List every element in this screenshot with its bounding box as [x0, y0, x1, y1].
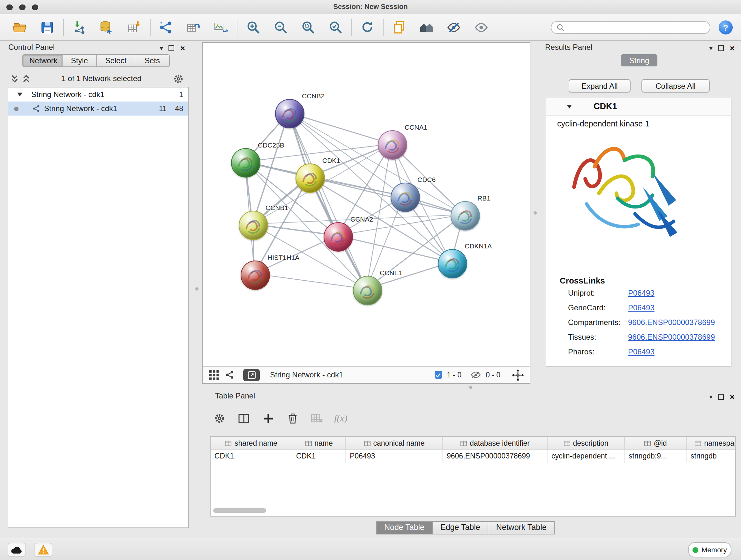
import-network-file-button[interactable]	[70, 17, 89, 37]
graph-node-RB1[interactable]	[451, 201, 480, 231]
panel-maximize-icon[interactable]	[718, 394, 724, 400]
edge-CCNB2-RB1[interactable]	[289, 113, 464, 214]
clear-table-button[interactable]	[308, 411, 326, 426]
graph-node-CCNA2[interactable]	[324, 222, 353, 252]
tab-node-table[interactable]: Node Table	[376, 521, 433, 535]
table-cell[interactable]: cyclin-dependent ...	[548, 450, 625, 463]
panel-float-icon[interactable]: ▾	[160, 45, 163, 52]
collapse-arrow-icon[interactable]	[17, 92, 22, 97]
collapse-arrow-icon[interactable]	[567, 105, 572, 109]
hide-selected-button[interactable]	[444, 17, 463, 37]
column-header-description[interactable]: description	[548, 437, 625, 449]
edge-CCNB2-CCNE1[interactable]	[289, 113, 366, 289]
tab-string[interactable]: String	[621, 54, 657, 66]
column-header-namespace[interactable]: namespace	[687, 437, 736, 449]
splitter-handle[interactable]	[195, 287, 199, 291]
network-from-table-button[interactable]	[184, 17, 203, 37]
column-header-canonical-name[interactable]: canonical name	[346, 437, 443, 449]
warnings-button[interactable]	[35, 543, 52, 557]
new-network-button[interactable]	[156, 17, 176, 37]
edge-CCNE1-HIST1H1A[interactable]	[254, 273, 366, 289]
edge-CDK1-RB1[interactable]	[309, 177, 464, 214]
search-field[interactable]	[551, 21, 711, 34]
panel-float-icon[interactable]: ▾	[710, 45, 713, 52]
delete-column-button[interactable]	[283, 411, 301, 426]
import-network-database-button[interactable]	[97, 17, 116, 37]
network-row-selected[interactable]: String Network - cdk1 11 48	[8, 102, 188, 116]
import-table-file-button[interactable]	[125, 17, 144, 37]
tab-network-table[interactable]: Network Table	[488, 521, 555, 535]
table-row[interactable]: CDK1CDK1P064939606.ENSP00000378699cyclin…	[211, 450, 735, 463]
gear-icon[interactable]	[173, 73, 184, 84]
collapse-all-button[interactable]: Collapse All	[642, 79, 710, 92]
search-input[interactable]	[567, 23, 704, 32]
panel-maximize-icon[interactable]	[169, 45, 175, 51]
protein-header-row[interactable]: CDK1	[546, 98, 731, 116]
share-view-button[interactable]	[225, 370, 234, 379]
export-image-button[interactable]	[211, 17, 230, 37]
tab-edge-table[interactable]: Edge Table	[433, 521, 488, 535]
crosslink-pharos-link[interactable]: P06493	[628, 348, 655, 356]
column-header--id[interactable]: @id	[625, 437, 687, 449]
tab-network[interactable]: Network	[22, 54, 63, 67]
show-columns-button[interactable]	[235, 411, 253, 426]
cloud-status-button[interactable]	[8, 543, 25, 557]
open-session-button[interactable]	[10, 17, 29, 37]
table-cell[interactable]: CDK1	[211, 450, 292, 463]
collapse-all-icon[interactable]	[22, 74, 30, 83]
splitter-handle[interactable]	[469, 386, 472, 389]
save-session-button[interactable]	[38, 17, 57, 37]
table-settings-button[interactable]	[211, 411, 228, 426]
crosslink-uniprot-link[interactable]: P06493	[628, 289, 655, 298]
graph-node-CCNB2[interactable]	[275, 99, 305, 128]
column-header-name[interactable]: name	[292, 437, 346, 449]
show-all-button[interactable]	[472, 17, 491, 37]
graph-node-CDC25B[interactable]	[231, 148, 260, 178]
table-cell[interactable]: stringdb:9...	[625, 450, 687, 463]
graph-node-HIST1H1A[interactable]	[241, 260, 270, 290]
horizontal-scrollbar[interactable]	[213, 508, 266, 513]
tab-style[interactable]: Style	[63, 54, 97, 67]
graph-node-CDKN1A[interactable]	[438, 249, 467, 278]
zoom-selected-button[interactable]	[326, 17, 345, 37]
help-button[interactable]: ?	[719, 20, 733, 35]
expand-all-button[interactable]: Expand All	[569, 79, 630, 92]
tab-select[interactable]: Select	[97, 54, 135, 67]
panel-close-icon[interactable]: ×	[180, 44, 185, 53]
panel-float-icon[interactable]: ▾	[710, 393, 713, 400]
graph-node-CCNA1[interactable]	[378, 130, 407, 160]
crosslink-genecard-link[interactable]: P06493	[628, 303, 655, 312]
network-collection-row[interactable]: String Network - cdk1 1	[8, 87, 188, 102]
memory-button[interactable]: Memory	[688, 542, 731, 557]
title-bar[interactable]: Session: New Session	[0, 0, 741, 15]
crosslink-tissues-link[interactable]: 9606.ENSP00000378699	[628, 333, 715, 341]
column-header-database-identifier[interactable]: database identifier	[443, 437, 548, 449]
crosslink-compartments-link[interactable]: 9606.ENSP00000378699	[628, 318, 715, 327]
show-panels-button[interactable]	[417, 17, 436, 37]
birdseye-toggle-button[interactable]	[243, 369, 260, 381]
splitter-handle[interactable]	[534, 211, 537, 214]
tab-sets[interactable]: Sets	[135, 54, 170, 67]
graph-node-CCNB1[interactable]	[239, 211, 268, 240]
add-column-button[interactable]	[259, 411, 277, 426]
expand-all-icon[interactable]	[11, 74, 18, 83]
grid-view-button[interactable]	[209, 370, 219, 380]
table-cell[interactable]: P06493	[346, 450, 443, 463]
edge-CCNB2-CCNA1[interactable]	[289, 113, 391, 144]
edge-CCNA2-CDKN1A[interactable]	[337, 236, 451, 262]
network-canvas[interactable]: CCNB2CCNA1CDC25BCDK1CDC6RB1CCNB1CCNA2CDK…	[202, 42, 530, 367]
graph-node-CDC6[interactable]	[391, 183, 420, 212]
selected-nodes-checkbox[interactable]	[434, 371, 442, 379]
panel-close-icon[interactable]: ×	[730, 44, 735, 53]
panel-close-icon[interactable]: ×	[730, 392, 735, 401]
graph-node-CCNE1[interactable]	[353, 276, 382, 305]
open-recent-button[interactable]	[389, 17, 408, 37]
zoom-in-button[interactable]	[243, 17, 262, 37]
function-builder-button[interactable]: f(x)	[332, 411, 350, 426]
zoom-fit-button[interactable]	[298, 17, 317, 37]
table-cell[interactable]: CDK1	[292, 450, 346, 463]
column-header-shared-name[interactable]: shared name	[211, 437, 292, 449]
table-cell[interactable]: 9606.ENSP00000378699	[443, 450, 548, 463]
panel-maximize-icon[interactable]	[718, 45, 724, 51]
zoom-out-button[interactable]	[271, 17, 290, 37]
